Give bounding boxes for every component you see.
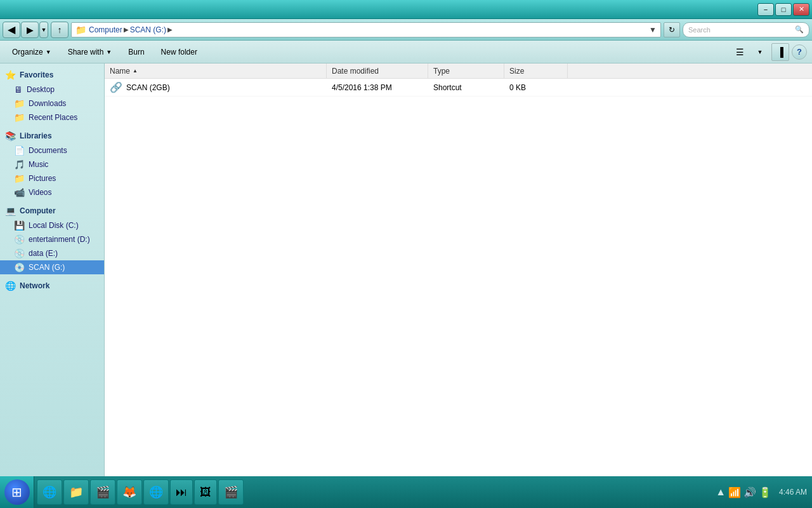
address-box[interactable]: 📁 Computer ▶ SCAN (G:) ▶ ▼	[71, 22, 661, 37]
sidebar-item-entertainment-d[interactable]: 💿 entertainment (D:)	[0, 232, 104, 246]
column-type-label: Type	[433, 67, 450, 76]
tray-volume-icon: 🔊	[743, 486, 756, 498]
taskbar: ⊞ 🌐 📁 🎬 🦊 🌐 ⏭ 🖼 🎬 ▲ 📶 🔊 🔋 4:46 AM	[0, 476, 812, 508]
downloads-label: Downloads	[29, 99, 66, 108]
documents-label: Documents	[29, 146, 67, 155]
column-name-label: Name	[110, 67, 130, 76]
search-box[interactable]: Search 🔍	[683, 22, 809, 37]
taskbar-right: ▲ 📶 🔊 🔋 4:46 AM	[710, 486, 812, 498]
search-icon: 🔍	[795, 25, 804, 34]
music-icon: 🎵	[14, 159, 25, 170]
sidebar-item-data-e[interactable]: 💿 data (E:)	[0, 246, 104, 260]
network-header[interactable]: 🌐 Network	[0, 278, 104, 293]
taskbar-item-browser2[interactable]: 🌐	[143, 479, 169, 505]
preview-pane-button[interactable]: ▐	[771, 43, 789, 61]
title-bar-controls: − □ ✕	[757, 3, 809, 16]
minimize-button[interactable]: −	[757, 3, 774, 16]
organize-button[interactable]: Organize ▼	[5, 43, 58, 61]
address-dropdown-arrow[interactable]: ▼	[649, 25, 657, 34]
taskbar-item-media[interactable]: 🎬	[90, 479, 115, 505]
file-size: 0 KB	[509, 83, 526, 92]
taskbar-time: 4:46 AM	[779, 487, 807, 498]
tray-battery-icon: 🔋	[759, 486, 771, 498]
taskbar-item-ie[interactable]: 🌐	[37, 479, 62, 505]
file-date-cell: 4/5/2016 1:38 PM	[327, 83, 428, 92]
up-button[interactable]: ↑	[51, 22, 69, 38]
help-button[interactable]: ?	[792, 44, 807, 60]
time-display: 4:46 AM	[779, 487, 807, 498]
network-label: Network	[20, 281, 49, 290]
taskbar-items: 🌐 📁 🎬 🦊 🌐 ⏭ 🖼 🎬	[34, 477, 710, 507]
taskbar-item-firefox[interactable]: 🦊	[117, 479, 142, 505]
videos-icon: 📹	[14, 187, 25, 197]
system-tray: ▲ 📶 🔊 🔋	[716, 486, 771, 498]
column-type[interactable]: Type	[428, 64, 504, 78]
column-size[interactable]: Size	[504, 64, 568, 78]
tray-network-icon: 📶	[728, 486, 741, 498]
sidebar-item-documents[interactable]: 📄 Documents	[0, 144, 104, 157]
dropdown-button[interactable]: ▼	[39, 22, 48, 38]
favorites-header[interactable]: ⭐ Favorites	[0, 67, 104, 83]
sidebar-item-scan-g[interactable]: 💿 SCAN (G:)	[0, 260, 104, 274]
column-sort-indicator: ▲	[133, 68, 138, 74]
scan-g-label: SCAN (G:)	[29, 263, 65, 272]
refresh-button[interactable]: ↻	[664, 22, 680, 37]
entertainment-d-label: entertainment (D:)	[29, 235, 90, 244]
entertainment-d-icon: 💿	[14, 234, 25, 244]
taskbar-item-explorer[interactable]: 📁	[63, 479, 89, 505]
favorites-icon: ⭐	[5, 70, 16, 80]
column-name[interactable]: Name ▲	[105, 64, 327, 78]
file-name: SCAN (2GB)	[126, 83, 170, 92]
maximize-button[interactable]: □	[775, 3, 792, 16]
file-type: Shortcut	[433, 83, 462, 92]
file-list: Name ▲ Date modified Type Size 🔗 SCAN (2…	[105, 64, 812, 476]
sidebar-item-recent-places[interactable]: 📁 Recent Places	[0, 110, 104, 124]
burn-button[interactable]: Burn	[121, 43, 151, 61]
table-row[interactable]: 🔗 SCAN (2GB) 4/5/2016 1:38 PM Shortcut 0…	[105, 79, 812, 97]
view-dropdown-button[interactable]: ☰	[731, 43, 749, 61]
view-arrow-button[interactable]: ▼	[751, 43, 769, 61]
sidebar-item-pictures[interactable]: 📁 Pictures	[0, 171, 104, 185]
favorites-label: Favorites	[20, 70, 53, 79]
share-arrow: ▼	[106, 49, 112, 55]
forward-button[interactable]: ▶	[21, 22, 39, 38]
organize-arrow: ▼	[46, 49, 51, 55]
taskbar-item-media-player[interactable]: ⏭	[170, 479, 193, 505]
libraries-header[interactable]: 📚 Libraries	[0, 128, 104, 144]
start-orb: ⊞	[4, 479, 30, 505]
computer-header[interactable]: 💻 Computer	[0, 203, 104, 218]
sidebar-item-local-disk-c[interactable]: 💾 Local Disk (C:)	[0, 218, 104, 232]
breadcrumb-computer[interactable]: Computer	[89, 25, 122, 34]
new-folder-button[interactable]: New folder	[154, 43, 204, 61]
search-placeholder: Search	[688, 26, 710, 34]
network-icon: 🌐	[5, 281, 16, 291]
computer-icon: 💻	[5, 206, 16, 216]
sidebar-item-music[interactable]: 🎵 Music	[0, 157, 104, 171]
close-button[interactable]: ✕	[793, 3, 809, 16]
sidebar-item-desktop[interactable]: 🖥 Desktop	[0, 83, 104, 97]
data-e-icon: 💿	[14, 248, 25, 258]
start-button[interactable]: ⊞	[0, 476, 34, 508]
main-area: ⭐ Favorites 🖥 Desktop 📁 Downloads 📁 Rece…	[0, 64, 812, 476]
breadcrumb-separator-1: ▶	[124, 26, 129, 33]
sidebar: ⭐ Favorites 🖥 Desktop 📁 Downloads 📁 Rece…	[0, 64, 105, 476]
libraries-icon: 📚	[5, 131, 16, 141]
nav-buttons: ◀ ▶ ▼	[3, 22, 48, 38]
breadcrumb-scan[interactable]: SCAN (G:)	[130, 25, 166, 34]
title-bar: − □ ✕	[0, 0, 812, 19]
documents-icon: 📄	[14, 145, 25, 156]
back-button[interactable]: ◀	[3, 22, 20, 38]
recent-places-icon: 📁	[14, 112, 25, 123]
pictures-label: Pictures	[29, 174, 56, 183]
desktop-icon: 🖥	[14, 84, 23, 95]
taskbar-item-viewer[interactable]: 🖼	[194, 479, 217, 505]
taskbar-item-video[interactable]: 🎬	[218, 479, 244, 505]
file-size-cell: 0 KB	[504, 83, 568, 92]
libraries-label: Libraries	[20, 131, 52, 140]
desktop-label: Desktop	[27, 85, 55, 94]
folder-icon: 📁	[75, 25, 86, 35]
column-date[interactable]: Date modified	[327, 64, 428, 78]
share-with-button[interactable]: Share with ▼	[61, 43, 119, 61]
sidebar-item-videos[interactable]: 📹 Videos	[0, 185, 104, 199]
sidebar-item-downloads[interactable]: 📁 Downloads	[0, 97, 104, 110]
